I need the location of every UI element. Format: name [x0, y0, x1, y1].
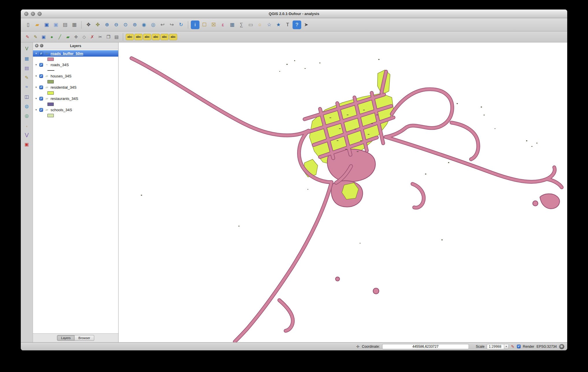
- disclosure-triangle-icon[interactable]: ▼: [35, 75, 38, 77]
- save-project-icon[interactable]: ▣: [42, 21, 51, 29]
- symbol-swatch[interactable]: [47, 103, 54, 106]
- layer-label[interactable]: houses_34S: [51, 74, 71, 78]
- label-buffer-icon[interactable]: abc: [152, 34, 160, 40]
- layer-row[interactable]: ▼ ✓ ▱ schools_34S: [33, 107, 118, 113]
- close-panel-icon[interactable]: ✕: [35, 44, 38, 47]
- layer-visibility-checkbox[interactable]: ✓: [39, 63, 43, 67]
- identify-features-icon[interactable]: i: [191, 21, 199, 29]
- disclosure-triangle-icon[interactable]: ▼: [35, 52, 38, 55]
- scale-dropdown-icon[interactable]: ▾: [504, 344, 509, 349]
- paste-features-icon[interactable]: ▤: [113, 33, 120, 41]
- zoom-next-icon[interactable]: ↪: [167, 21, 176, 29]
- field-calculator-icon[interactable]: ∑: [237, 21, 246, 29]
- cut-features-icon[interactable]: ✂: [97, 33, 104, 41]
- layer-label[interactable]: roads_34S: [51, 63, 69, 67]
- add-postgis-layer-icon[interactable]: ◫: [23, 92, 31, 101]
- scale-combo[interactable]: 1:29988 ▾: [487, 344, 509, 349]
- deselect-features-icon[interactable]: ☒: [209, 21, 218, 29]
- minimize-window-icon[interactable]: [31, 12, 35, 16]
- open-project-icon[interactable]: ▰: [33, 21, 42, 29]
- disclosure-triangle-icon[interactable]: ▼: [35, 97, 38, 100]
- map-canvas[interactable]: [119, 42, 567, 342]
- toggle-editing-icon[interactable]: ✎: [32, 33, 39, 41]
- symbol-swatch[interactable]: [47, 114, 54, 117]
- pan-map-icon[interactable]: ✥: [84, 21, 93, 29]
- delete-selected-icon[interactable]: ✗: [88, 33, 96, 41]
- disclosure-triangle-icon[interactable]: ▼: [35, 86, 38, 89]
- layer-visibility-checkbox[interactable]: ✓: [39, 97, 43, 101]
- pan-to-selection-icon[interactable]: ✤: [93, 21, 102, 29]
- scale-edit-icon[interactable]: ✎: [511, 344, 515, 349]
- add-database-layer-icon[interactable]: ▤: [23, 64, 31, 72]
- symbol-swatch[interactable]: [47, 57, 54, 61]
- add-vector-layer-icon[interactable]: V: [23, 45, 31, 53]
- disclosure-triangle-icon[interactable]: ▼: [35, 64, 38, 66]
- add-raster-layer-icon[interactable]: ▦: [23, 54, 31, 62]
- add-wms-layer-icon[interactable]: ◍: [23, 102, 31, 110]
- layer-row[interactable]: ▼ ✓ ▱ residential_34S: [33, 84, 118, 90]
- layer-visibility-checkbox[interactable]: ✓: [39, 108, 43, 112]
- layer-row[interactable]: ▼ ✓ ▱ restaurants_34S: [33, 95, 118, 102]
- add-delimited-text-layer-icon[interactable]: ,: [23, 121, 31, 129]
- zoom-last-icon[interactable]: ↩: [158, 21, 167, 29]
- layer-label[interactable]: roads_buffer_50m: [51, 51, 83, 56]
- label-position-icon[interactable]: abc: [160, 34, 169, 40]
- layer-visibility-checkbox[interactable]: ✓: [39, 85, 43, 89]
- title-bar[interactable]: QGIS 2.0.1-Dufour - analysis: [21, 10, 567, 18]
- refresh-icon[interactable]: ↻: [177, 21, 185, 29]
- layer-visibility-checkbox[interactable]: ✓: [39, 74, 43, 78]
- remove-layer-icon[interactable]: ▣: [23, 140, 31, 148]
- node-tool-icon[interactable]: ◇: [80, 33, 88, 41]
- close-window-icon[interactable]: [24, 12, 28, 16]
- move-feature-icon[interactable]: ✥: [72, 33, 80, 41]
- save-layer-edits-icon[interactable]: ▣: [40, 33, 47, 41]
- symbol-swatch[interactable]: [47, 70, 54, 71]
- layer-label[interactable]: restaurants_34S: [51, 96, 78, 101]
- layer-row[interactable]: ▼ ✓ ▱ roads_buffer_50m: [33, 50, 118, 57]
- symbol-swatch[interactable]: [47, 80, 54, 83]
- crs-status-icon[interactable]: ⊕: [559, 344, 564, 349]
- new-print-composer-icon[interactable]: ▤: [61, 21, 69, 29]
- scale-value[interactable]: 1:29988: [487, 345, 504, 349]
- render-checkbox[interactable]: ✓: [517, 345, 521, 348]
- zoom-out-icon[interactable]: ⊖: [112, 21, 121, 29]
- open-attribute-table-icon[interactable]: ▦: [228, 21, 236, 29]
- composer-manager-icon[interactable]: ▦: [70, 21, 79, 29]
- symbol-swatch[interactable]: [47, 91, 54, 95]
- mouse-position-icon[interactable]: ✛: [356, 344, 360, 349]
- current-edits-icon[interactable]: ✎: [24, 33, 31, 41]
- label-text-icon[interactable]: abc: [134, 34, 143, 40]
- zoom-to-selection-icon[interactable]: ◉: [140, 21, 148, 29]
- float-panel-icon[interactable]: ◦: [40, 44, 43, 47]
- label-rotation-icon[interactable]: abc: [169, 34, 177, 40]
- coordinate-input[interactable]: [382, 344, 469, 349]
- labeling-options-icon[interactable]: abc: [126, 34, 134, 40]
- new-shapefile-layer-icon[interactable]: ✎: [23, 73, 31, 81]
- new-project-icon[interactable]: ▯: [24, 21, 32, 29]
- copy-features-icon[interactable]: ❐: [105, 33, 112, 41]
- tab-browser[interactable]: Browser: [75, 335, 94, 341]
- layer-visibility-checkbox[interactable]: ✓: [39, 52, 43, 55]
- layer-row[interactable]: ▼ ✓ ▱ houses_34S: [33, 73, 118, 79]
- whats-this-icon[interactable]: ➤: [302, 21, 310, 29]
- zoom-full-icon[interactable]: ⊛: [130, 21, 139, 29]
- select-features-icon[interactable]: ☐: [200, 21, 209, 29]
- disclosure-triangle-icon[interactable]: ▼: [35, 109, 38, 111]
- layer-row[interactable]: ▼ ✓ ~ roads_34S: [33, 62, 118, 68]
- add-wfs-layer-icon[interactable]: ⋁: [23, 131, 31, 139]
- new-bookmark-icon[interactable]: ☆: [265, 21, 273, 29]
- measure-icon[interactable]: ▭: [246, 21, 255, 29]
- add-spatialite-layer-icon[interactable]: ≈: [23, 83, 31, 91]
- add-feature-polygon-icon[interactable]: ▰: [64, 33, 72, 41]
- zoom-window-icon[interactable]: [38, 12, 42, 16]
- zoom-in-icon[interactable]: ⊕: [103, 21, 111, 29]
- add-wcs-layer-icon[interactable]: ◎: [23, 111, 31, 120]
- add-feature-point-icon[interactable]: ●: [48, 33, 56, 41]
- tab-layers[interactable]: Layers: [57, 335, 75, 341]
- add-feature-line-icon[interactable]: ╱: [56, 33, 64, 41]
- layer-label[interactable]: schools_34S: [51, 108, 72, 112]
- label-placement-icon[interactable]: abc: [143, 34, 151, 40]
- text-annotation-icon[interactable]: T: [283, 21, 292, 29]
- help-icon[interactable]: ?: [293, 21, 301, 29]
- map-tips-icon[interactable]: ○: [256, 21, 264, 29]
